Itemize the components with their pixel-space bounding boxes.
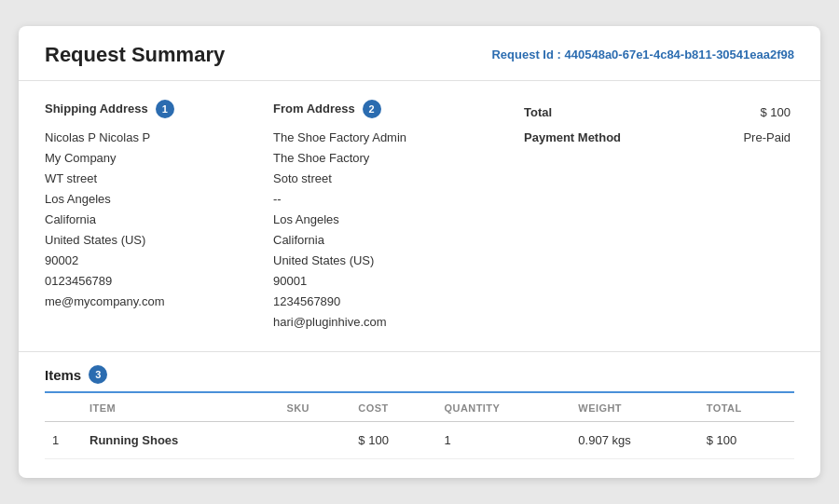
items-table: ITEMSKUCOSTQUANTITYWEIGHTTOTAL 1 Running… xyxy=(45,393,794,459)
address-line: Los Angeles xyxy=(45,189,273,210)
items-badge: 3 xyxy=(89,365,107,384)
column-header: SKU xyxy=(279,393,351,422)
address-line: Los Angeles xyxy=(273,210,502,230)
address-line: The Shoe Factory Admin xyxy=(273,128,502,148)
shipping-address-lines: Nicolas P Nicolas PMy CompanyWT streetLo… xyxy=(45,128,273,313)
address-line: United States (US) xyxy=(45,230,273,251)
column-header: TOTAL xyxy=(699,393,794,422)
row-weight: 0.907 kgs xyxy=(571,422,698,459)
shipping-address-block: Shipping Address 1 Nicolas P Nicolas PMy… xyxy=(45,100,273,334)
address-line: 0123456789 xyxy=(45,271,273,292)
address-line: 1234567890 xyxy=(273,292,502,312)
row-cost: $ 100 xyxy=(351,422,436,459)
request-id-label: Request Id : xyxy=(491,48,560,61)
address-line: My Company xyxy=(45,148,273,169)
address-line: WT street xyxy=(45,169,273,189)
request-id-value: 440548a0-67e1-4c84-b811-30541eaa2f98 xyxy=(565,48,795,61)
shipping-address-badge: 1 xyxy=(156,100,174,118)
items-label: Items xyxy=(45,367,81,383)
totals-table: Total $ 100 Payment Method Pre-Paid xyxy=(520,100,794,150)
address-line: hari@pluginhive.com xyxy=(273,312,502,333)
shipping-address-heading: Shipping Address 1 xyxy=(45,100,273,118)
request-id: Request Id : 440548a0-67e1-4c84-b811-305… xyxy=(491,48,794,61)
column-header xyxy=(45,393,82,422)
address-line: -- xyxy=(273,189,502,210)
address-line: United States (US) xyxy=(273,251,502,271)
card-header: Request Summary Request Id : 440548a0-67… xyxy=(19,26,820,81)
address-totals-section: Shipping Address 1 Nicolas P Nicolas PMy… xyxy=(19,81,820,353)
from-address-heading: From Address 2 xyxy=(273,100,502,118)
items-section: Items 3 ITEMSKUCOSTQUANTITYWEIGHTTOTAL 1… xyxy=(19,352,820,478)
row-item: Running Shoes xyxy=(82,422,279,459)
request-summary-card: Request Summary Request Id : 440548a0-67… xyxy=(19,26,820,479)
address-line: California xyxy=(45,210,273,230)
column-header: ITEM xyxy=(82,393,279,422)
column-header: QUANTITY xyxy=(437,393,571,422)
from-address-label: From Address xyxy=(273,102,355,116)
address-line: 90002 xyxy=(45,251,273,271)
page-title: Request Summary xyxy=(45,43,225,67)
totals-value: Pre-Paid xyxy=(657,125,794,150)
address-line: Soto street xyxy=(273,169,502,189)
totals-block: Total $ 100 Payment Method Pre-Paid xyxy=(502,100,794,334)
address-line: me@mycompany.com xyxy=(45,292,273,312)
row-total: $ 100 xyxy=(699,422,794,459)
address-line: Nicolas P Nicolas P xyxy=(45,128,273,148)
row-num: 1 xyxy=(45,422,82,459)
from-address-badge: 2 xyxy=(363,100,381,118)
row-quantity: 1 xyxy=(437,422,571,459)
totals-row: Payment Method Pre-Paid xyxy=(520,125,794,150)
address-line: California xyxy=(273,230,502,251)
column-header: WEIGHT xyxy=(571,393,698,422)
shipping-address-label: Shipping Address xyxy=(45,102,148,116)
totals-value: $ 100 xyxy=(657,100,794,125)
column-header: COST xyxy=(351,393,436,422)
items-heading: Items 3 xyxy=(45,365,794,384)
totals-row: Total $ 100 xyxy=(520,100,794,125)
table-row: 1 Running Shoes $ 100 1 0.907 kgs $ 100 xyxy=(45,422,794,459)
totals-label: Payment Method xyxy=(520,125,657,150)
from-address-lines: The Shoe Factory AdminThe Shoe FactorySo… xyxy=(273,128,502,334)
address-line: 90001 xyxy=(273,271,502,292)
row-sku xyxy=(279,422,351,459)
totals-label: Total xyxy=(520,100,657,125)
address-line: The Shoe Factory xyxy=(273,148,502,169)
from-address-block: From Address 2 The Shoe Factory AdminThe… xyxy=(273,100,502,334)
